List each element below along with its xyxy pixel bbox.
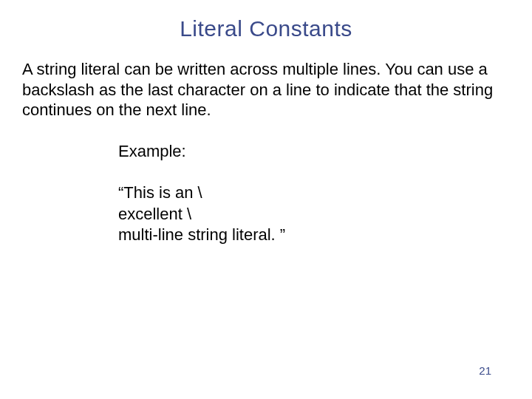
- example-line-3: multi-line string literal. ”: [118, 225, 532, 246]
- slide: Literal Constants A string literal can b…: [0, 0, 532, 399]
- example-block: Example: “This is an \ excellent \ multi…: [0, 120, 532, 246]
- body-paragraph: A string literal can be written across m…: [0, 41, 532, 120]
- example-line-1: “This is an \: [118, 183, 532, 204]
- slide-title: Literal Constants: [0, 0, 532, 41]
- page-number: 21: [479, 364, 491, 377]
- example-label: Example:: [118, 141, 532, 163]
- example-line-2: excellent \: [118, 204, 532, 225]
